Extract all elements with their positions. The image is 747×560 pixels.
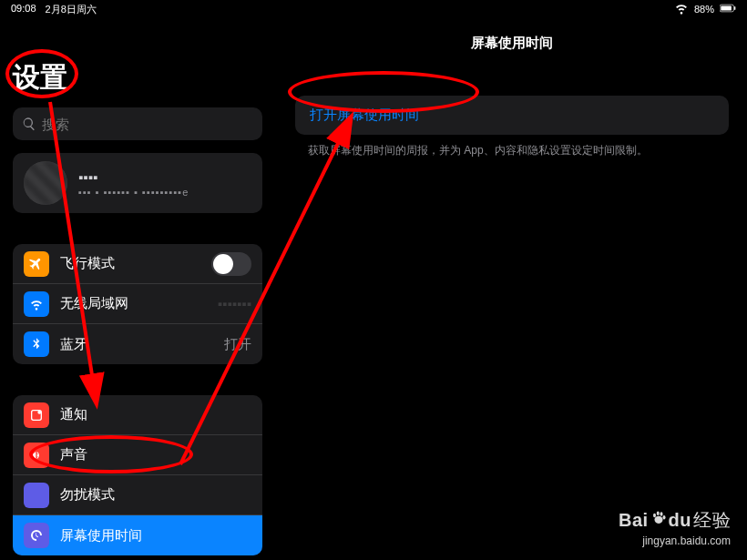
search-icon: [22, 117, 36, 131]
wm-logo-pre: Bai: [619, 510, 649, 531]
status-time: 09:08: [11, 3, 36, 16]
svg-rect-1: [721, 5, 732, 10]
bluetooth-icon: [24, 331, 49, 357]
detail-action-group: 打开屏幕使用时间: [295, 96, 729, 135]
status-bar: 09:08 2月8日周六 88%: [0, 0, 747, 18]
search-box[interactable]: [13, 107, 262, 140]
row-label: 飞行模式: [60, 255, 200, 272]
svg-point-4: [37, 410, 41, 413]
svg-rect-2: [734, 6, 735, 10]
airplane-toggle[interactable]: [211, 252, 251, 276]
row-label: 蓝牙: [60, 336, 213, 353]
detail-pane: 屏幕使用时间 打开屏幕使用时间 获取屏幕使用时间的周报，并为 App、内容和隐私…: [277, 18, 747, 560]
wm-logo-mid: du: [669, 510, 691, 531]
row-screen-time[interactable]: 屏幕使用时间: [13, 515, 262, 555]
open-screen-time-button[interactable]: 打开屏幕使用时间: [295, 96, 729, 135]
sounds-icon: [24, 443, 49, 468]
screen-time-icon: [24, 523, 49, 548]
detail-title: 屏幕使用时间: [277, 18, 747, 68]
row-airplane-mode[interactable]: 飞行模式: [13, 244, 262, 284]
row-label: 无线局域网: [60, 295, 207, 312]
row-label: 勿扰模式: [60, 486, 251, 504]
row-label: 声音: [60, 446, 251, 463]
settings-group-connectivity: 飞行模式 无线局域网 ▪▪▪▪▪▪▪ 蓝牙 打开: [13, 244, 262, 364]
svg-point-12: [653, 514, 656, 518]
wm-logo-suf: 经验: [693, 508, 731, 533]
settings-group-notifications: 通知 声音 勿扰模式 屏幕使用时间: [13, 395, 262, 555]
row-dnd[interactable]: 勿扰模式: [13, 475, 262, 515]
row-label: 通知: [60, 406, 251, 423]
notifications-icon: [24, 402, 49, 428]
row-sounds[interactable]: 声音: [13, 435, 262, 475]
account-name: ▪▪▪▪: [78, 169, 189, 185]
svg-point-14: [660, 512, 662, 516]
row-bluetooth[interactable]: 蓝牙 打开: [13, 324, 262, 364]
wm-url: jingyan.baidu.com: [619, 535, 731, 547]
avatar: [24, 161, 67, 205]
row-label: 屏幕使用时间: [60, 527, 251, 545]
dnd-icon: [24, 483, 49, 508]
sidebar: 设置 ▪▪▪▪ ▪▪▪ ▪ ▪▪▪▪▪▪ ▪ ▪▪▪▪▪▪▪▪▪e 飞行模式 无…: [0, 18, 275, 560]
watermark: Bai du 经验 jingyan.baidu.com: [619, 508, 731, 547]
row-wifi[interactable]: 无线局域网 ▪▪▪▪▪▪▪: [13, 284, 262, 324]
battery-percent: 88%: [694, 4, 714, 15]
account-sub: ▪▪▪ ▪ ▪▪▪▪▪▪ ▪ ▪▪▪▪▪▪▪▪▪e: [78, 187, 189, 198]
wifi-icon: [674, 1, 689, 17]
status-date: 2月8日周六: [46, 3, 97, 16]
row-value: ▪▪▪▪▪▪▪: [218, 296, 251, 311]
account-row[interactable]: ▪▪▪▪ ▪▪▪ ▪ ▪▪▪▪▪▪ ▪ ▪▪▪▪▪▪▪▪▪e: [13, 153, 262, 213]
airplane-icon: [24, 251, 49, 277]
search-input[interactable]: [42, 117, 253, 132]
row-notifications[interactable]: 通知: [13, 395, 262, 435]
row-value: 打开: [224, 336, 251, 353]
svg-point-15: [662, 515, 665, 520]
page-title: 设置: [0, 18, 275, 107]
wifi-settings-icon: [24, 291, 49, 317]
svg-point-13: [656, 512, 659, 516]
battery-icon: [720, 0, 736, 18]
detail-hint: 获取屏幕使用时间的周报，并为 App、内容和隐私设置设定时间限制。: [277, 142, 747, 158]
paw-icon: [650, 510, 667, 526]
